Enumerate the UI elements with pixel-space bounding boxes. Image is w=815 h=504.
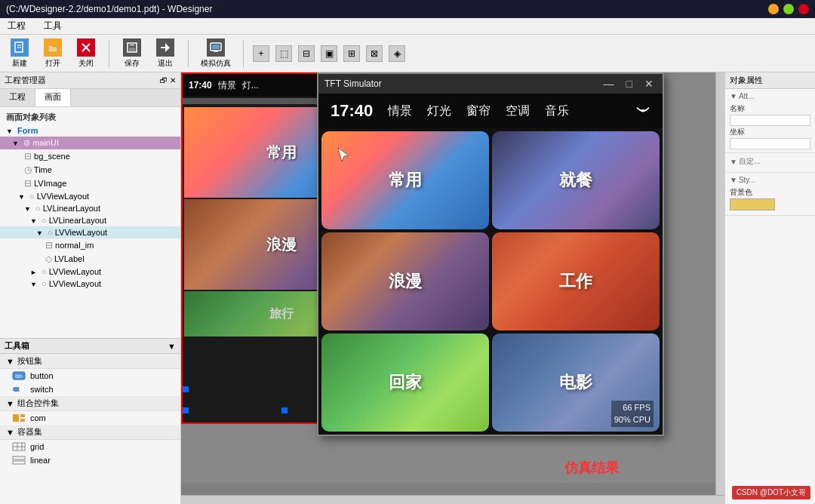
cursor-indicator bbox=[337, 146, 352, 167]
tft-label-gongzuo: 工作 bbox=[559, 270, 592, 293]
tft-maximize-btn[interactable]: □ bbox=[623, 78, 635, 90]
button-icon: btn bbox=[12, 371, 26, 380]
tft-card-jican[interactable]: 就餐 bbox=[492, 131, 660, 229]
lvlabel-label: LVLabel bbox=[54, 254, 85, 263]
sel-handle-bl bbox=[183, 407, 189, 413]
new-button[interactable]: 新建 bbox=[6, 37, 33, 70]
tree-item-bgscene[interactable]: ⊟ bg_scene bbox=[0, 149, 180, 163]
tft-card-langman[interactable]: 浪漫 bbox=[321, 232, 489, 330]
tft-card-huijia[interactable]: 回家 bbox=[321, 333, 489, 432]
lvviewlayout4-label: LVViewLayout bbox=[49, 279, 101, 288]
tree-item-lvlinearlayout2[interactable]: ▼ ○ LVLinearLayout bbox=[0, 214, 180, 226]
linear-icon bbox=[12, 456, 26, 465]
canvas-scrollbar-h[interactable] bbox=[181, 495, 724, 504]
tree-item-lvlinearlayout1[interactable]: ▼ ○ LVLinearLayout bbox=[0, 202, 180, 214]
toolbox-item-switch[interactable]: switch bbox=[0, 383, 180, 396]
tree-item-mainui[interactable]: ▼ ⊘ mainUI bbox=[0, 137, 180, 149]
svg-rect-24 bbox=[13, 461, 25, 464]
right-section-attr: ▼ Att... 名称 坐标 bbox=[725, 89, 815, 153]
toolbox-section-combined[interactable]: ▼ 组合控件集 bbox=[0, 396, 180, 411]
right-color-picker[interactable] bbox=[730, 198, 775, 211]
canvas-tool-7[interactable]: ◈ bbox=[389, 45, 405, 62]
title-bar: (C:/WDesigner-2.2/demo1/demo1.pdt) - WDe… bbox=[0, 0, 815, 18]
tft-minimize-btn[interactable]: — bbox=[601, 78, 617, 90]
window-controls bbox=[768, 4, 809, 14]
tft-close-btn[interactable]: ✕ bbox=[641, 78, 657, 90]
tft-nav-kongt[interactable]: 空调 bbox=[506, 103, 530, 119]
maximize-btn[interactable] bbox=[783, 4, 794, 14]
tab-canvas[interactable]: 画面 bbox=[35, 89, 71, 106]
tft-card-gongzuo[interactable]: 工作 bbox=[492, 232, 660, 330]
tft-card-dianying[interactable]: 电影 66 FPS 90% CPU bbox=[492, 333, 660, 432]
tft-titlebar: TFT Simulator — □ ✕ bbox=[318, 74, 663, 94]
simulate-button[interactable]: 模拟仿真 bbox=[198, 37, 234, 70]
lvimage-icon: ⊟ bbox=[24, 178, 32, 189]
tree-item-normalim[interactable]: ⊟ normal_im bbox=[0, 238, 180, 252]
tree-label: 画面对象列表 bbox=[0, 110, 180, 124]
toolbox-item-com[interactable]: com bbox=[0, 411, 180, 425]
toolbox-item-button[interactable]: btn button bbox=[0, 369, 180, 383]
svg-rect-6 bbox=[130, 43, 134, 46]
tree-item-lvviewlayout1[interactable]: ▼ ○ LVViewLayout bbox=[0, 190, 180, 202]
csdn-badge: CSDN @DOT小文哥 bbox=[732, 486, 810, 499]
minimize-btn[interactable] bbox=[768, 4, 779, 14]
close-btn[interactable] bbox=[798, 4, 809, 14]
canvas-tool-2[interactable]: ⬚ bbox=[275, 45, 292, 62]
canvas-tool-1[interactable]: + bbox=[253, 45, 269, 62]
toolbox-section-container[interactable]: ▼ 容器集 bbox=[0, 425, 180, 440]
menu-project[interactable]: 工程 bbox=[5, 18, 29, 34]
tft-title: TFT Simulator bbox=[324, 78, 382, 89]
canvas-content: 17:40 情景 灯... 常用 浪漫 旅行 bbox=[181, 72, 724, 483]
canvas-tool-4[interactable]: ▣ bbox=[321, 45, 337, 62]
tft-window-controls: — □ ✕ bbox=[601, 78, 657, 90]
mainui-label: mainUI bbox=[32, 138, 59, 147]
bgscene-label: bg_scene bbox=[34, 152, 70, 161]
tab-project[interactable]: 工程 bbox=[0, 89, 35, 106]
tree-item-lvlabel[interactable]: ◇ LVLabel bbox=[0, 252, 180, 266]
time-label: Time bbox=[34, 165, 52, 174]
layout-icon: ○ bbox=[42, 279, 47, 288]
tft-label-huijia: 回家 bbox=[389, 371, 422, 394]
tree-item-lvviewlayout3[interactable]: ► ○ LVViewLayout bbox=[0, 266, 180, 278]
panel-tabs: 工程 画面 bbox=[0, 89, 180, 107]
svg-point-15 bbox=[19, 386, 25, 392]
toolbox-item-grid[interactable]: grid bbox=[0, 440, 180, 453]
tree-item-lvviewlayout4[interactable]: ▼ ○ LVViewLayout bbox=[0, 278, 180, 290]
toolbox-section-buttons[interactable]: ▼ 按钮集 bbox=[0, 354, 180, 369]
tree-item-time[interactable]: ◷ Time bbox=[0, 163, 180, 177]
close-button[interactable]: 关闭 bbox=[72, 37, 100, 70]
right-section-style-title: ▼ Sty... bbox=[730, 176, 810, 184]
right-input-coords[interactable] bbox=[730, 138, 810, 149]
tft-nav-chuang[interactable]: 窗帘 bbox=[466, 103, 491, 119]
tft-label-dianying: 电影 bbox=[559, 371, 592, 394]
tree-item-lvimage[interactable]: ⊟ LVImage bbox=[0, 177, 180, 190]
canvas-tool-6[interactable]: ⊠ bbox=[366, 45, 383, 62]
toolbox-item-linear[interactable]: linear bbox=[0, 453, 180, 467]
lvlinearlayout2-label: LVLinearLayout bbox=[49, 216, 106, 225]
arrow-icon: ▼ bbox=[24, 205, 33, 213]
save-button[interactable]: 保存 bbox=[118, 37, 146, 70]
normalim-label: normal_im bbox=[55, 241, 94, 250]
tree-item-lvviewlayout2[interactable]: ▼ ○ LVViewLayout bbox=[0, 226, 180, 238]
tft-nav-deng[interactable]: 灯光 bbox=[427, 103, 451, 119]
lvviewlayout2-label: LVViewLayout bbox=[55, 228, 107, 237]
svg-rect-16 bbox=[13, 414, 19, 422]
right-input-name[interactable] bbox=[730, 115, 810, 126]
arrow-icon: ▼ bbox=[12, 140, 21, 147]
right-field-name: 名称 bbox=[730, 103, 810, 115]
canvas-scrollbar-v[interactable] bbox=[715, 72, 724, 495]
sim-icon bbox=[207, 38, 225, 57]
open-button[interactable]: 打开 bbox=[39, 37, 66, 70]
canvas-tool-3[interactable]: ⊟ bbox=[298, 45, 315, 62]
tft-nav-jingj[interactable]: 情景 bbox=[388, 103, 412, 119]
menu-tools[interactable]: 工具 bbox=[41, 18, 65, 34]
grid-icon bbox=[12, 442, 26, 451]
mainui-icon: ⊘ bbox=[23, 138, 30, 147]
attr-arrow: ▼ bbox=[730, 92, 737, 100]
exit-button[interactable]: 退出 bbox=[152, 37, 179, 70]
tree-item-form[interactable]: ▼ Form bbox=[0, 124, 180, 137]
canvas-tool-5[interactable]: ⊞ bbox=[343, 45, 360, 62]
tft-label-changyong: 常用 bbox=[389, 169, 422, 192]
tft-nav-yinyue[interactable]: 音乐 bbox=[545, 103, 569, 119]
tft-card-changyong[interactable]: 常用 bbox=[321, 131, 489, 229]
